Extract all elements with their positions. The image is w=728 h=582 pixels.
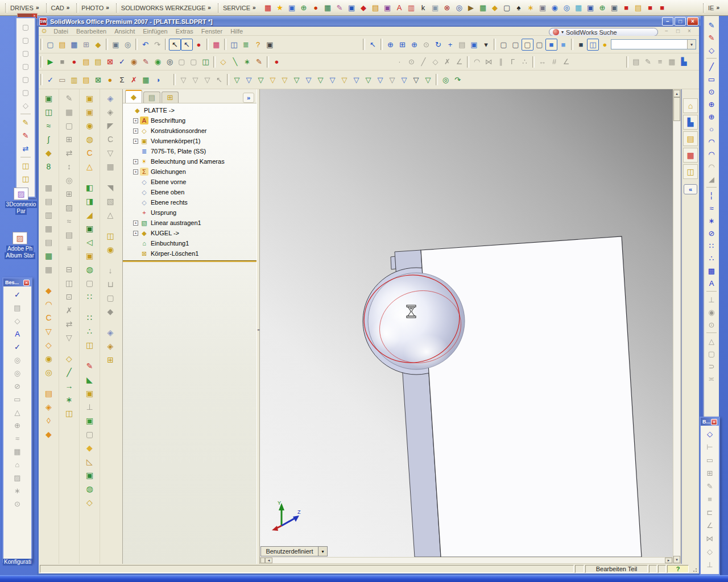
toolbar-icon[interactable]: ◍	[82, 482, 97, 496]
sketch-new-button[interactable]: ✎	[19, 116, 32, 129]
shell-button[interactable]: ▣	[82, 222, 97, 235]
toolbar-icon[interactable]: ◍	[82, 132, 97, 146]
toolbar-icon[interactable]: ◈	[103, 339, 118, 353]
toolbar-icon[interactable]: #	[548, 56, 560, 68]
toolbar-icon[interactable]: ▽	[291, 74, 303, 86]
app-icon[interactable]: ◆	[490, 3, 500, 13]
toolbar-icon[interactable]: ▽	[279, 74, 291, 86]
grip-handle[interactable]	[116, 3, 118, 13]
tree-item[interactable]: ◇Ebene oben	[123, 187, 257, 197]
tree-item[interactable]: +ΣGleichungen	[123, 167, 257, 177]
chamfer-button[interactable]: ◢	[82, 208, 97, 222]
toolbar-icon[interactable]: △	[11, 406, 24, 419]
edit-sketch-button[interactable]: ✎	[253, 56, 265, 68]
user-icon[interactable]: ◉	[152, 56, 164, 68]
shaded-dark-button[interactable]: ■	[575, 39, 587, 51]
toolbar-icon[interactable]: ⊟	[62, 263, 77, 276]
grip-handle[interactable]	[703, 3, 705, 13]
print-preview-button[interactable]: ◎	[122, 39, 134, 51]
menu-hilfe[interactable]: Hilfe	[226, 28, 247, 35]
app-icon[interactable]: ●	[311, 3, 321, 13]
toolbar-icon[interactable]: ▤	[42, 386, 56, 400]
mate-reference-button[interactable]: ◫	[62, 406, 77, 420]
hidden-lines-removed-button[interactable]: ▢	[522, 39, 533, 51]
note-button[interactable]: A	[11, 327, 24, 340]
expand-icon[interactable]: +	[133, 231, 138, 236]
view-isometric-button[interactable]: ◇	[19, 99, 32, 112]
toolbar-icon[interactable]: ≡	[704, 493, 716, 506]
tree-item[interactable]: +☀Beleuchtung und Kameras	[123, 156, 257, 167]
toolbar-icon[interactable]: ▽	[326, 74, 338, 86]
toolbar-icon[interactable]: ∴	[519, 56, 531, 68]
toolbar-icon[interactable]: ▽	[398, 74, 410, 86]
gear-icon[interactable]: ◉	[128, 56, 140, 68]
check-entity-button[interactable]: ⊠	[92, 74, 104, 86]
toolbar-icon[interactable]: ◫	[103, 229, 118, 243]
screen-capture-button[interactable]: ▣	[264, 39, 276, 51]
grip-handle[interactable]	[46, 3, 48, 13]
plane-button[interactable]: ◇	[62, 352, 77, 365]
toolbar-icon[interactable]: ⊏	[704, 506, 716, 519]
toolbar-icon[interactable]: ▤	[11, 301, 24, 314]
select-other-button[interactable]: ↖	[367, 39, 379, 51]
toolbar-icon[interactable]: ◉	[103, 243, 118, 256]
stoplight-button[interactable]: ●	[193, 39, 205, 51]
toolbar-icon[interactable]: ▥	[42, 208, 56, 222]
toolbar-icon[interactable]: ▽	[62, 331, 77, 344]
toolbar-icon[interactable]: ▦	[42, 249, 56, 263]
app-icon[interactable]: ▦	[574, 3, 584, 13]
scroll-up-button[interactable]: ▴	[673, 90, 680, 97]
menu-extras[interactable]: Extras	[172, 28, 197, 35]
toolbar-icon[interactable]: ⊕	[11, 419, 24, 432]
select-button[interactable]: ↖	[169, 39, 181, 51]
toolbar-icon[interactable]: ≈	[11, 432, 24, 445]
coordinate-system-button[interactable]: →	[62, 379, 77, 393]
expand-icon[interactable]: +	[133, 128, 138, 134]
expand-icon[interactable]: +	[133, 139, 138, 144]
menu-fenster[interactable]: Fenster	[197, 28, 226, 35]
check-button[interactable]: ✓	[116, 56, 128, 68]
wireframe-button[interactable]: ▢	[498, 39, 510, 51]
toolbar-icon[interactable]: ▤	[42, 235, 56, 249]
address-book-icon[interactable]: ◫	[200, 56, 212, 68]
grip-handle[interactable]	[5, 3, 7, 13]
toolbar-icon[interactable]: ✎	[642, 56, 654, 68]
toolbar-icon[interactable]: ▢	[82, 276, 97, 290]
pen-check-icon[interactable]: ✎	[140, 56, 152, 68]
toolbar-icon[interactable]: ≡	[62, 242, 77, 255]
close-button[interactable]: ×	[687, 17, 698, 26]
app-icon[interactable]: ▤	[371, 3, 380, 13]
view-orientation-arrow[interactable]: ▾	[480, 39, 492, 51]
toolbar-icon[interactable]: ∠	[453, 56, 465, 68]
point-tool-button[interactable]: ∗	[241, 56, 253, 68]
rotate-view-button[interactable]: ↻	[432, 39, 444, 51]
app-icon[interactable]: ▦	[478, 3, 488, 13]
tangent-arc-button[interactable]: ◠	[705, 135, 718, 148]
toolbar-icon[interactable]: ⊙	[11, 497, 24, 510]
tab-propertymanager[interactable]: ▤	[143, 92, 160, 103]
sketch-fillet-button[interactable]: ◠	[705, 160, 718, 173]
hidden-lines-visible-button[interactable]: ▢	[510, 39, 522, 51]
tab-configurationmanager[interactable]: ⊞	[162, 92, 179, 103]
toolbar-icon[interactable]: Γ	[507, 56, 519, 68]
vertical-scrollbar[interactable]: ▴ ▾	[673, 89, 681, 564]
grip-handle[interactable]	[76, 3, 78, 13]
viewport-layout2-button[interactable]: ◫	[19, 172, 32, 185]
chevron-down-icon[interactable]: ▾	[318, 547, 327, 556]
new-document-button[interactable]: ▢	[44, 39, 56, 51]
app-icon[interactable]: ◆	[359, 3, 369, 13]
toolbar-icon[interactable]: ⋈	[483, 56, 495, 68]
toolbar-icon[interactable]: ◆	[42, 284, 56, 297]
scroll-left-button[interactable]: ◂	[265, 558, 272, 563]
app-icon[interactable]: ▣	[287, 3, 297, 13]
hole-button[interactable]: ▣	[82, 249, 97, 263]
toolbar-icon[interactable]: ↓	[103, 264, 118, 277]
menu-datei[interactable]: Datei	[49, 28, 72, 35]
scrollbar-thumb[interactable]	[673, 97, 680, 121]
centerline-button[interactable]: ╎	[705, 189, 718, 202]
app-icon[interactable]: ⊕	[598, 3, 607, 13]
toolbar-icon[interactable]: ▢	[705, 347, 718, 360]
solidworks-icon[interactable]: ■	[657, 3, 667, 13]
tab-featuremanager[interactable]: ◆	[125, 90, 142, 103]
app-icon[interactable]: ▥	[407, 3, 416, 13]
